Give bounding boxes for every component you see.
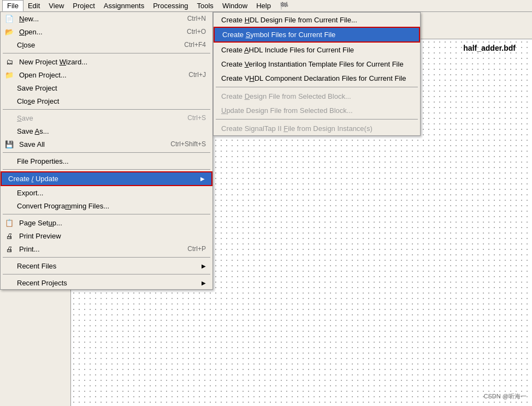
- submenu-separator-1: [216, 87, 418, 87]
- menu-item-file-properties[interactable]: File Properties...: [1, 154, 212, 168]
- open-project-icon: 📁: [4, 69, 15, 80]
- menu-item-print-preview[interactable]: 🖨 Print Preview: [1, 229, 212, 242]
- recent-projects-arrow: ▶: [202, 280, 206, 286]
- separator-7: [3, 274, 210, 274]
- menubar-item-file[interactable]: File: [2, 0, 23, 11]
- menubar-item-processing[interactable]: Processing: [149, 1, 192, 11]
- menu-item-new-project[interactable]: 🗂 New Project Wizard...: [1, 55, 212, 68]
- menubar-item-feedback[interactable]: 🏁: [275, 1, 293, 11]
- menu-item-close-project[interactable]: Close Project: [1, 94, 212, 108]
- submenu-item-create-design-block: Create Design File from Selected Block..…: [214, 89, 420, 103]
- file-menu: 📄 New... Ctrl+N 📂 Open... Ctrl+O Close C…: [0, 12, 213, 290]
- menu-item-save-project[interactable]: Save Project: [1, 81, 212, 94]
- separator-1: [3, 53, 210, 53]
- submenu-item-create-symbol[interactable]: Create Symbol Files for Current File: [214, 27, 420, 43]
- menubar-item-edit[interactable]: Edit: [23, 1, 44, 11]
- menubar-item-help[interactable]: Help: [252, 1, 275, 11]
- submenu-separator-2: [216, 119, 418, 120]
- menubar-item-view[interactable]: View: [44, 1, 68, 11]
- menu-item-create-update[interactable]: Create / Update ▶: [1, 171, 212, 186]
- menu-item-open-project[interactable]: 📁 Open Project... Ctrl+J: [1, 68, 212, 81]
- submenu-item-create-ahdl[interactable]: Create AHDL Include Files for Current Fi…: [214, 43, 420, 57]
- new-project-icon: 🗂: [4, 56, 15, 67]
- menubar-item-window[interactable]: Window: [218, 1, 252, 11]
- separator-5: [3, 214, 210, 214]
- menu-item-new[interactable]: 📄 New... Ctrl+N: [1, 12, 212, 25]
- separator-4: [3, 169, 210, 170]
- submenu-item-update-design-block: Update Design File from Selected Block..…: [214, 103, 420, 117]
- page-setup-icon: 📋: [4, 217, 15, 228]
- menu-item-print[interactable]: 🖨 Print... Ctrl+P: [1, 242, 212, 255]
- menubar-item-project[interactable]: Project: [68, 1, 99, 11]
- menubar-item-assignments[interactable]: Assignments: [99, 1, 149, 11]
- menu-item-page-setup[interactable]: 📋 Page Setup...: [1, 216, 212, 229]
- separator-3: [3, 152, 210, 153]
- menu-item-close[interactable]: Close Ctrl+F4: [1, 38, 212, 51]
- print-preview-icon: 🖨: [4, 230, 15, 241]
- recent-files-arrow: ▶: [202, 263, 206, 269]
- submenu-item-create-hdl[interactable]: Create HDL Design File from Current File…: [214, 13, 420, 27]
- separator-6: [3, 257, 210, 258]
- menu-item-open[interactable]: 📂 Open... Ctrl+O: [1, 25, 212, 38]
- submenu-arrow: ▶: [200, 176, 205, 182]
- canvas-title: half_adder.bdf: [463, 44, 516, 52]
- new-icon: 📄: [4, 13, 15, 24]
- separator-2: [3, 109, 210, 110]
- watermark: CSDN @听海一: [484, 392, 527, 401]
- submenu-item-create-vhdl[interactable]: Create VHDL Component Declaration Files …: [214, 71, 420, 85]
- menu-item-save: Save Ctrl+S: [1, 111, 212, 124]
- print-icon: 🖨: [4, 243, 15, 254]
- menu-item-convert-programming[interactable]: Convert Programming Files...: [1, 199, 212, 212]
- menu-item-export[interactable]: Export...: [1, 186, 212, 199]
- submenu-item-create-signaltap: Create SignalTap II File from Design Ins…: [214, 121, 420, 135]
- menu-item-recent-files[interactable]: Recent Files ▶: [1, 259, 212, 272]
- menu-item-recent-projects[interactable]: Recent Projects ▶: [1, 276, 212, 289]
- save-all-icon: 💾: [4, 139, 15, 150]
- open-icon: 📂: [4, 26, 15, 37]
- create-update-submenu: Create HDL Design File from Current File…: [213, 12, 421, 136]
- menubar: File Edit View Project Assignments Proce…: [0, 0, 532, 12]
- submenu-item-create-verilog[interactable]: Create Verilog Instantiation Template Fi…: [214, 57, 420, 71]
- menu-item-save-as[interactable]: Save As...: [1, 124, 212, 138]
- menu-item-save-all[interactable]: 💾 Save All Ctrl+Shift+S: [1, 138, 212, 151]
- menubar-item-tools[interactable]: Tools: [193, 1, 218, 11]
